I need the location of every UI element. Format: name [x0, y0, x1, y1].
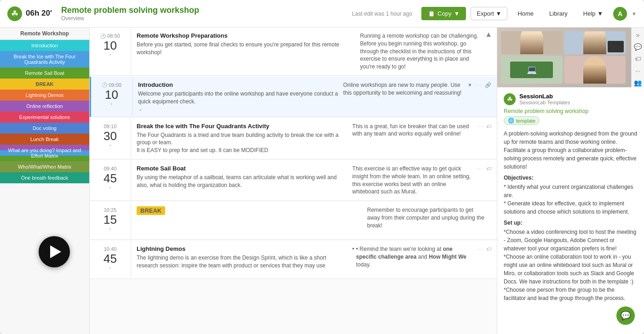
- more-options-icon-2[interactable]: ···: [475, 82, 482, 88]
- logo-area: ☘ 06h 20': [7, 6, 52, 21]
- more-options-icon-3[interactable]: ···: [477, 124, 483, 129]
- expand-panel-icon[interactable]: »: [636, 31, 640, 39]
- more-options-icon-4[interactable]: ···: [477, 166, 483, 171]
- activity-actions-3: ··· 🏷: [477, 123, 491, 154]
- user-avatar[interactable]: A: [613, 7, 627, 21]
- duration-5: 15: [104, 213, 117, 227]
- tag-icon-6[interactable]: 🏷: [486, 246, 491, 252]
- sidebar-item-four-quadrants[interactable]: Break the Ice with The Four Quadrants Ac…: [0, 51, 89, 68]
- link-icon-2[interactable]: 🔗: [485, 82, 491, 88]
- dots-side-icon[interactable]: ···: [635, 67, 641, 74]
- rp-objectives: * Identify what your current organizatio…: [504, 183, 638, 216]
- activity-desc-4: By using the metaphor of a sailboat, tea…: [137, 174, 348, 189]
- duration-unit-6: ': [109, 266, 110, 273]
- home-button[interactable]: Home: [512, 7, 539, 20]
- activity-desc-3: The Four Quadrants is a tried and true t…: [137, 131, 348, 154]
- right-side-icons: » 💬 🏷 ··· 👥 ℹ: [631, 28, 644, 87]
- start-time-6: 10:40: [104, 246, 117, 252]
- rp-badge-text: template: [516, 118, 535, 124]
- library-button[interactable]: Library: [544, 7, 573, 20]
- people-side-icon[interactable]: 👥: [634, 79, 642, 86]
- sidebar-title: Remote Workshop: [0, 28, 89, 40]
- activity-left-1: Remote Workshop Preparations Before you …: [137, 32, 356, 71]
- activity-left-4: Remote Sail Boat By using the metaphor o…: [137, 165, 348, 196]
- comment-icon[interactable]: 💬: [634, 43, 642, 51]
- collapse-button[interactable]: ▲: [485, 30, 492, 39]
- sidebar-item-experimental-solutions[interactable]: Experimental solutions: [0, 112, 89, 123]
- workshop-title: Remote problem solving workshop: [61, 6, 347, 15]
- activity-title-6: Lightning Demos: [137, 245, 348, 252]
- rp-brand-text: SessionLab SessionLab Templates: [519, 93, 570, 105]
- link-icon-3[interactable]: 🏷: [486, 124, 491, 129]
- chevron-down-icon-2: ▼: [467, 82, 472, 88]
- sidebar-item-doc-voting[interactable]: Doc voting: [0, 123, 89, 134]
- rp-logo: ☘: [504, 93, 516, 105]
- start-time-2: 🕐 09:00: [102, 82, 121, 88]
- copy-button[interactable]: 📋 Copy ▼: [421, 7, 466, 20]
- activity-body-1: Remote Workshop Preparations Before you …: [131, 28, 497, 75]
- chat-widget-icon: 💬: [621, 311, 631, 321]
- bullet-item-lightning: • Remind the team we're looking at one s…: [352, 245, 472, 268]
- sidebar-item-online-reflection[interactable]: Online reflection: [0, 101, 89, 112]
- sidebar-item-lightning-demos[interactable]: Lightning Demos: [0, 90, 89, 101]
- sidebar-item-who-what-when[interactable]: Who/What/When Matrix: [0, 161, 89, 172]
- sidebar: Remote Workshop Introduction Break the I…: [0, 28, 90, 334]
- play-button-overlay[interactable]: [39, 236, 70, 267]
- chat-widget-button[interactable]: 💬: [616, 306, 635, 325]
- tag-side-icon[interactable]: 🏷: [635, 55, 641, 62]
- play-triangle-icon: [50, 245, 61, 258]
- sidebar-item-break[interactable]: BREAK: [0, 79, 89, 90]
- sidebar-item-remote-sail-boat[interactable]: Remote Sail Boat: [0, 68, 89, 79]
- rp-workshop-link[interactable]: Remote problem solving workshop: [504, 108, 638, 114]
- sidebar-item-one-breath[interactable]: One breath feedback: [0, 172, 89, 183]
- start-time-4: 09:40: [104, 166, 117, 171]
- time-col-4: 09:40 45 ': [90, 160, 131, 200]
- rp-setup: *Choose a video conferencing tool to hos…: [504, 228, 638, 302]
- avatar-chevron-icon: ▼: [632, 11, 637, 17]
- activity-title-4: Remote Sail Boat: [137, 165, 348, 172]
- break-badge: BREAK: [137, 206, 165, 215]
- rp-brand-name: SessionLab: [519, 93, 570, 100]
- duration-6: 45: [104, 252, 117, 266]
- time-col-1: 🕐 08:50 10 ': [90, 28, 131, 75]
- help-button[interactable]: Help ▼: [578, 7, 609, 20]
- center-panel: ▲ 🕐 08:50 10 ' Remote Workshop Preparati…: [90, 28, 497, 334]
- activity-row-sail-boat: 09:40 45 ' Remote Sail Boat By using the…: [90, 160, 497, 201]
- activity-body-5: BREAK Remember to encourage participants…: [131, 202, 497, 239]
- rp-brand: ☘ SessionLab SessionLab Templates: [504, 93, 638, 105]
- duration-4: 45: [104, 171, 117, 186]
- more-options-icon-6[interactable]: ···: [477, 246, 483, 252]
- rp-objectives-title: Objectives:: [504, 175, 638, 181]
- expand-button-2[interactable]: ⌄: [138, 106, 339, 112]
- rp-setup-title: Set up:: [504, 220, 638, 226]
- video-call-image: 💻: [497, 28, 644, 87]
- sidebar-item-introduction[interactable]: Introduction: [0, 40, 89, 51]
- activity-row-break-ice: 09:10 30 ' Break the Ice with The Four Q…: [90, 118, 497, 159]
- time-col-5: 10:25 15 ': [90, 202, 131, 239]
- duration-unit-5: ': [109, 227, 110, 234]
- rp-description: A problem-solving workshop designed from…: [504, 130, 638, 171]
- activity-actions-6: ··· 🏷: [477, 245, 491, 274]
- right-panel-info: ☘ SessionLab SessionLab Templates Remote…: [497, 87, 644, 334]
- activity-left-5: BREAK: [137, 206, 362, 235]
- time-col-6: 10:40 45 ': [90, 241, 131, 278]
- activity-right-2: Online workshops are new to many people.…: [343, 81, 463, 112]
- activity-left-3: Break the Ice with The Four Quadrants Ac…: [137, 123, 348, 154]
- tag-icon-4[interactable]: 🏷: [486, 166, 491, 171]
- copy-icon: 📋: [428, 10, 435, 17]
- activity-right-5: Remember to encourage participants to ge…: [367, 206, 487, 235]
- duration-unit-1: ': [109, 53, 110, 60]
- right-panel-image: 💻 » 💬 🏷 ··· 👥: [497, 28, 644, 87]
- sidebar-item-lunch-break[interactable]: Lunch Break: [0, 134, 89, 145]
- export-button[interactable]: Export ▼: [471, 7, 507, 20]
- activity-left-6: Lightning Demos The lightning demo is an…: [137, 245, 348, 274]
- clock-icon-1: 🕐: [100, 34, 106, 39]
- copy-label: Copy: [437, 10, 451, 17]
- activity-right-3: This is a great, fun ice breaker that ca…: [352, 123, 472, 154]
- start-time-1: 🕐 08:50: [100, 33, 120, 39]
- sidebar-item-impact-effort[interactable]: What are you doing? Impact and Effort Ma…: [0, 145, 89, 161]
- export-label: Export: [477, 10, 494, 17]
- activity-row: 🕐 08:50 10 ' Remote Workshop Preparation…: [90, 28, 497, 76]
- rp-brand-sub: SessionLab Templates: [519, 100, 570, 105]
- activity-actions-2: ▼ ··· 🔗: [467, 81, 491, 112]
